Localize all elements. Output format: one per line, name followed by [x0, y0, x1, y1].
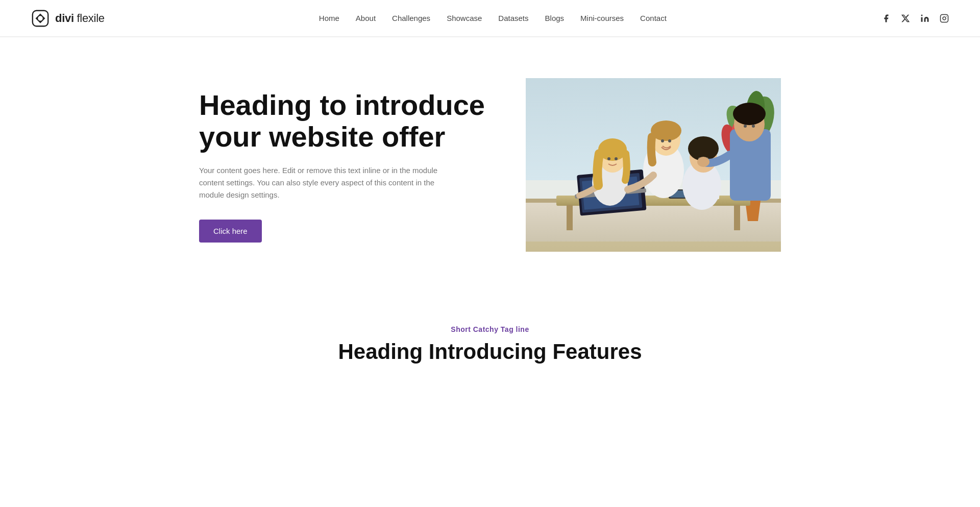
hero-section: Heading to introduce your website offer …: [0, 37, 980, 295]
hero-heading: Heading to introduce your website offer: [199, 89, 485, 152]
svg-point-48: [697, 157, 709, 167]
svg-point-46: [744, 125, 747, 128]
svg-rect-18: [567, 205, 573, 230]
hero-illustration: [526, 78, 781, 252]
nav-datasets[interactable]: Datasets: [498, 14, 528, 22]
features-section: Short Catchy Tag line Heading Introducin…: [0, 295, 980, 379]
nav-links: Home About Challenges Showcase Datasets …: [319, 14, 667, 23]
facebook-icon[interactable]: [881, 13, 891, 23]
nav-about[interactable]: About: [356, 14, 376, 22]
nav-blogs[interactable]: Blogs: [545, 14, 565, 22]
hero-text-block: Heading to introduce your website offer …: [199, 89, 485, 243]
nav-challenges[interactable]: Challenges: [392, 14, 430, 22]
logo-icon: [31, 9, 50, 28]
svg-point-2: [921, 14, 922, 16]
svg-rect-19: [734, 205, 740, 230]
svg-point-31: [607, 157, 610, 160]
svg-rect-3: [940, 14, 948, 22]
nav-mini-courses[interactable]: Mini-courses: [580, 14, 624, 22]
navigation: divi flexile Home About Challenges Showc…: [0, 0, 980, 37]
svg-point-1: [38, 16, 43, 21]
features-tagline: Short Catchy Tag line: [31, 325, 949, 333]
nav-home[interactable]: Home: [319, 14, 339, 22]
svg-point-45: [733, 103, 766, 125]
svg-point-36: [661, 139, 664, 142]
hero-cta-button[interactable]: Click here: [199, 220, 262, 243]
features-heading: Heading Introducing Features: [31, 340, 949, 364]
logo[interactable]: divi flexile: [31, 9, 105, 28]
instagram-icon[interactable]: [939, 13, 949, 23]
svg-point-47: [752, 125, 755, 128]
hero-image: [526, 78, 781, 254]
twitter-x-icon[interactable]: [900, 13, 911, 23]
svg-point-37: [668, 139, 671, 142]
nav-showcase[interactable]: Showcase: [447, 14, 482, 22]
linkedin-icon[interactable]: [920, 13, 930, 23]
svg-rect-49: [526, 242, 781, 252]
nav-contact[interactable]: Contact: [640, 14, 667, 22]
svg-point-32: [615, 157, 618, 160]
social-links: [881, 13, 949, 23]
logo-text: divi flexile: [55, 12, 105, 25]
hero-body: Your content goes here. Edit or remove t…: [199, 164, 444, 201]
